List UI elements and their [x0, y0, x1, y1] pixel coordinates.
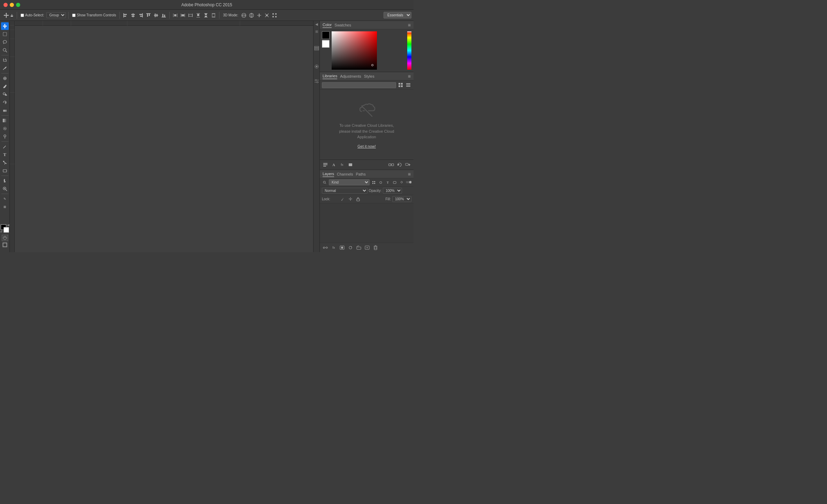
- canvas[interactable]: [15, 26, 313, 252]
- 3d-rotate-button[interactable]: [241, 12, 247, 18]
- pen-tool-btn[interactable]: [1, 143, 9, 150]
- channels-tab[interactable]: Channels: [337, 171, 353, 177]
- gradient-tool-btn[interactable]: [1, 117, 9, 124]
- layers-icon-btn[interactable]: [314, 46, 319, 52]
- hand-tool-btn[interactable]: [1, 177, 9, 185]
- fg-color-box[interactable]: [322, 31, 330, 39]
- filter-toggle[interactable]: [406, 180, 411, 185]
- bg-swatch[interactable]: [3, 227, 9, 233]
- lib-shape-btn[interactable]: [347, 161, 354, 168]
- eraser-tool-btn[interactable]: [1, 107, 9, 114]
- distribute-right-button[interactable]: [187, 12, 194, 18]
- dodge-tool-btn[interactable]: [1, 133, 9, 140]
- transform-controls-checkbox[interactable]: [72, 14, 76, 17]
- adjustment-icon-btn[interactable]: [314, 79, 319, 84]
- layer-adj-btn[interactable]: [347, 244, 354, 251]
- align-center-h-button[interactable]: [130, 12, 136, 18]
- 3d-scale-button[interactable]: [271, 12, 278, 18]
- move-tool-button[interactable]: [2, 11, 14, 19]
- filter-pixel-btn[interactable]: [371, 180, 377, 185]
- path-select-btn[interactable]: [1, 159, 9, 166]
- color-tab[interactable]: Color: [323, 22, 332, 28]
- align-bottom-button[interactable]: [161, 12, 167, 18]
- filter-shape-btn[interactable]: [392, 180, 397, 185]
- swatches-tab[interactable]: Swatches: [334, 22, 351, 28]
- 3d-roll-button[interactable]: [248, 12, 255, 18]
- screen-mode-btn[interactable]: [2, 242, 8, 248]
- maximize-button[interactable]: [16, 3, 20, 7]
- misc-tool-btn[interactable]: ⊠: [1, 203, 9, 211]
- quick-mask-btn[interactable]: [2, 235, 8, 241]
- text-tool-btn[interactable]: T: [1, 151, 9, 158]
- layer-new-btn[interactable]: [364, 244, 371, 251]
- note-tool-btn[interactable]: ✎: [1, 195, 9, 203]
- color-panel-menu[interactable]: ≡: [408, 22, 411, 28]
- libraries-tab[interactable]: Libraries: [323, 73, 337, 79]
- lib-fx-btn[interactable]: fx: [339, 161, 346, 168]
- filter-adj-btn[interactable]: [378, 180, 384, 185]
- distribute-left-button[interactable]: [172, 12, 178, 18]
- layer-fx-btn[interactable]: fx: [330, 244, 337, 251]
- layers-panel-menu[interactable]: ≡: [408, 171, 411, 177]
- blur-tool-btn[interactable]: [1, 125, 9, 132]
- styles-tab[interactable]: Styles: [364, 73, 374, 79]
- color-picker-area[interactable]: [332, 31, 405, 70]
- lib-refresh-btn[interactable]: [396, 161, 403, 168]
- layers-blend-dropdown[interactable]: Normal: [322, 188, 368, 194]
- bg-color-box[interactable]: [322, 40, 330, 48]
- 3d-slide-button[interactable]: [264, 12, 270, 18]
- swap-colors-btn[interactable]: ⇄: [7, 224, 10, 227]
- essentials-dropdown[interactable]: Essentials: [384, 12, 411, 18]
- close-button[interactable]: [3, 3, 8, 7]
- brush-tool-btn[interactable]: [1, 83, 9, 90]
- libraries-panel-menu[interactable]: ≡: [408, 73, 411, 79]
- align-top-button[interactable]: [145, 12, 152, 18]
- lib-add-btn[interactable]: [404, 161, 411, 168]
- history-brush-btn[interactable]: [1, 99, 9, 106]
- filter-type-btn[interactable]: T: [385, 180, 391, 185]
- clone-stamp-btn[interactable]: [1, 91, 9, 98]
- properties-icon-btn[interactable]: [314, 64, 319, 70]
- healing-tool-btn[interactable]: [1, 75, 9, 82]
- lock-all-btn[interactable]: [355, 196, 361, 202]
- libraries-search-input[interactable]: [322, 82, 396, 88]
- shape-tool-btn[interactable]: [1, 167, 9, 175]
- distribute-top-button[interactable]: [195, 12, 201, 18]
- align-right-button[interactable]: [138, 12, 144, 18]
- adjustments-tab[interactable]: Adjustments: [340, 73, 361, 79]
- lasso-tool-btn[interactable]: [1, 38, 9, 46]
- layer-mask-btn[interactable]: [339, 244, 346, 251]
- paths-tab[interactable]: Paths: [356, 171, 366, 177]
- get-it-now-link[interactable]: Get it now!: [357, 144, 376, 148]
- lock-move-btn[interactable]: [348, 196, 353, 202]
- fill-value[interactable]: 100%: [392, 196, 411, 202]
- filter-smart-btn[interactable]: [399, 180, 404, 185]
- auto-select-checkbox[interactable]: [21, 14, 24, 17]
- distribute-center-h-button[interactable]: [180, 12, 186, 18]
- marquee-tool-btn[interactable]: [1, 30, 9, 38]
- lock-pixels-btn[interactable]: [332, 196, 338, 202]
- eyedropper-tool-btn[interactable]: [1, 64, 9, 72]
- lib-link-btn[interactable]: [388, 161, 395, 168]
- auto-select-dropdown[interactable]: Group: [46, 12, 66, 18]
- collapse-top-btn[interactable]: ◀: [315, 22, 318, 26]
- grid-view-btn[interactable]: [397, 82, 404, 88]
- distribute-bottom-button[interactable]: [210, 12, 217, 18]
- minimize-button[interactable]: [10, 3, 14, 7]
- color-gradient[interactable]: [332, 31, 377, 70]
- layer-group-btn[interactable]: [355, 244, 362, 251]
- reset-colors-btn[interactable]: ↺: [0, 230, 2, 233]
- 3d-pan-button[interactable]: [256, 12, 262, 18]
- layers-tab[interactable]: Layers: [323, 171, 334, 177]
- quick-select-tool-btn[interactable]: [1, 46, 9, 54]
- layer-link-btn[interactable]: [322, 244, 329, 251]
- layers-filter-dropdown[interactable]: Kind: [329, 179, 370, 185]
- lock-paint-btn[interactable]: [340, 196, 346, 202]
- zoom-tool-btn[interactable]: [1, 185, 9, 193]
- hue-slider[interactable]: [407, 31, 411, 70]
- lib-char-btn[interactable]: A: [330, 161, 337, 168]
- grid-view-btn[interactable]: ⊞: [315, 30, 318, 33]
- lib-text-btn[interactable]: [322, 161, 329, 168]
- crop-tool-btn[interactable]: [1, 56, 9, 64]
- move-tool-btn[interactable]: [1, 22, 9, 30]
